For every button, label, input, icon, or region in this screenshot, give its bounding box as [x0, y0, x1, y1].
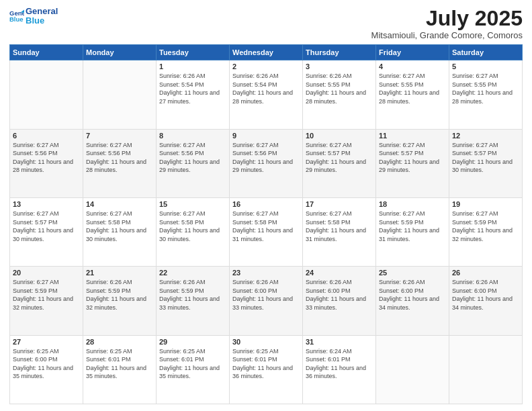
day-info: Sunrise: 6:27 AMSunset: 5:55 PMDaylight:… [379, 72, 446, 105]
title-block: July 2025 Mitsamiouli, Grande Comore, Co… [371, 7, 523, 40]
day-info: Sunrise: 6:25 AMSunset: 6:01 PMDaylight:… [159, 347, 226, 381]
day-number: 7 [86, 132, 153, 140]
day-number: 16 [232, 200, 300, 208]
calendar-cell [376, 335, 449, 404]
calendar-cell: 2Sunrise: 6:26 AMSunset: 5:54 PMDaylight… [230, 60, 303, 129]
calendar-cell: 28Sunrise: 6:25 AMSunset: 6:01 PMDayligh… [83, 335, 157, 404]
day-info: Sunrise: 6:27 AMSunset: 5:55 PMDaylight:… [452, 72, 519, 105]
header: General Blue General Blue July 2025 Mits… [9, 7, 523, 40]
day-info: Sunrise: 6:26 AMSunset: 5:54 PMDaylight:… [159, 72, 226, 105]
day-number: 4 [379, 62, 446, 71]
calendar-cell: 12Sunrise: 6:27 AMSunset: 5:57 PMDayligh… [449, 129, 523, 197]
day-info: Sunrise: 6:27 AMSunset: 5:57 PMDaylight:… [306, 141, 373, 175]
calendar-cell: 5Sunrise: 6:27 AMSunset: 5:55 PMDaylight… [449, 60, 523, 129]
day-info: Sunrise: 6:27 AMSunset: 5:57 PMDaylight:… [13, 210, 80, 243]
day-number: 19 [452, 200, 519, 208]
day-number: 14 [86, 200, 153, 208]
day-info: Sunrise: 6:27 AMSunset: 5:59 PMDaylight:… [452, 210, 519, 243]
calendar-cell: 13Sunrise: 6:27 AMSunset: 5:57 PMDayligh… [10, 197, 83, 266]
day-number: 18 [379, 200, 446, 208]
logo-blue: Blue [26, 16, 58, 26]
day-info: Sunrise: 6:27 AMSunset: 5:57 PMDaylight:… [379, 141, 446, 175]
calendar-week-row: 27Sunrise: 6:25 AMSunset: 6:00 PMDayligh… [10, 335, 523, 404]
calendar-week-row: 1Sunrise: 6:26 AMSunset: 5:54 PMDaylight… [10, 60, 523, 129]
day-info: Sunrise: 6:27 AMSunset: 5:56 PMDaylight:… [13, 141, 80, 175]
day-number: 10 [306, 132, 373, 140]
day-info: Sunrise: 6:27 AMSunset: 5:59 PMDaylight:… [379, 210, 446, 243]
day-info: Sunrise: 6:24 AMSunset: 6:01 PMDaylight:… [306, 347, 373, 381]
logo-general: General [26, 7, 58, 16]
day-number: 21 [86, 269, 153, 277]
day-number: 24 [306, 269, 373, 277]
col-header-thursday: Thursday [303, 45, 376, 60]
calendar-header-row: SundayMondayTuesdayWednesdayThursdayFrid… [10, 45, 523, 60]
day-info: Sunrise: 6:26 AMSunset: 5:54 PMDaylight:… [232, 72, 300, 105]
day-number: 23 [232, 269, 300, 277]
logo: General Blue General Blue [9, 7, 58, 26]
day-info: Sunrise: 6:27 AMSunset: 5:56 PMDaylight:… [86, 141, 153, 175]
calendar-cell: 17Sunrise: 6:27 AMSunset: 5:58 PMDayligh… [303, 197, 376, 266]
calendar-cell: 16Sunrise: 6:27 AMSunset: 5:58 PMDayligh… [230, 197, 303, 266]
calendar-cell: 24Sunrise: 6:26 AMSunset: 6:00 PMDayligh… [303, 267, 376, 335]
day-info: Sunrise: 6:26 AMSunset: 5:59 PMDaylight:… [159, 278, 226, 312]
day-number: 5 [452, 62, 519, 71]
day-number: 15 [159, 200, 226, 208]
day-info: Sunrise: 6:27 AMSunset: 5:58 PMDaylight:… [159, 210, 226, 243]
calendar-cell: 9Sunrise: 6:27 AMSunset: 5:56 PMDaylight… [230, 129, 303, 197]
day-number: 26 [452, 269, 519, 277]
day-number: 13 [13, 200, 80, 208]
day-info: Sunrise: 6:25 AMSunset: 6:01 PMDaylight:… [232, 347, 300, 381]
calendar-cell: 21Sunrise: 6:26 AMSunset: 5:59 PMDayligh… [83, 267, 157, 335]
col-header-tuesday: Tuesday [157, 45, 230, 60]
calendar-cell: 27Sunrise: 6:25 AMSunset: 6:00 PMDayligh… [10, 335, 83, 404]
calendar-cell: 19Sunrise: 6:27 AMSunset: 5:59 PMDayligh… [449, 197, 523, 266]
calendar-cell: 10Sunrise: 6:27 AMSunset: 5:57 PMDayligh… [303, 129, 376, 197]
calendar-cell: 25Sunrise: 6:26 AMSunset: 6:00 PMDayligh… [376, 267, 449, 335]
calendar-cell: 31Sunrise: 6:24 AMSunset: 6:01 PMDayligh… [303, 335, 376, 404]
day-info: Sunrise: 6:27 AMSunset: 5:58 PMDaylight:… [306, 210, 373, 243]
subtitle: Mitsamiouli, Grande Comore, Comoros [371, 30, 523, 40]
day-info: Sunrise: 6:27 AMSunset: 5:59 PMDaylight:… [13, 278, 80, 312]
logo-icon: General Blue [9, 9, 24, 24]
day-info: Sunrise: 6:27 AMSunset: 5:56 PMDaylight:… [232, 141, 300, 175]
svg-text:Blue: Blue [9, 15, 24, 23]
calendar-cell: 6Sunrise: 6:27 AMSunset: 5:56 PMDaylight… [10, 129, 83, 197]
calendar-week-row: 13Sunrise: 6:27 AMSunset: 5:57 PMDayligh… [10, 197, 523, 266]
col-header-wednesday: Wednesday [230, 45, 303, 60]
calendar-week-row: 20Sunrise: 6:27 AMSunset: 5:59 PMDayligh… [10, 267, 523, 335]
day-number: 6 [13, 132, 80, 140]
calendar-cell: 22Sunrise: 6:26 AMSunset: 5:59 PMDayligh… [157, 267, 230, 335]
calendar-cell [10, 60, 83, 129]
calendar-cell: 3Sunrise: 6:26 AMSunset: 5:55 PMDaylight… [303, 60, 376, 129]
day-info: Sunrise: 6:27 AMSunset: 5:58 PMDaylight:… [232, 210, 300, 243]
calendar-cell: 11Sunrise: 6:27 AMSunset: 5:57 PMDayligh… [376, 129, 449, 197]
day-info: Sunrise: 6:25 AMSunset: 6:01 PMDaylight:… [86, 347, 153, 381]
calendar-cell: 4Sunrise: 6:27 AMSunset: 5:55 PMDaylight… [376, 60, 449, 129]
day-number: 29 [159, 338, 226, 346]
calendar-cell: 15Sunrise: 6:27 AMSunset: 5:58 PMDayligh… [157, 197, 230, 266]
page: General Blue General Blue July 2025 Mits… [0, 0, 532, 411]
calendar-cell: 23Sunrise: 6:26 AMSunset: 6:00 PMDayligh… [230, 267, 303, 335]
calendar-cell: 18Sunrise: 6:27 AMSunset: 5:59 PMDayligh… [376, 197, 449, 266]
day-number: 3 [306, 62, 373, 71]
day-number: 25 [379, 269, 446, 277]
col-header-friday: Friday [376, 45, 449, 60]
calendar-cell: 26Sunrise: 6:26 AMSunset: 6:00 PMDayligh… [449, 267, 523, 335]
day-number: 31 [306, 338, 373, 346]
day-info: Sunrise: 6:27 AMSunset: 5:58 PMDaylight:… [86, 210, 153, 243]
day-info: Sunrise: 6:26 AMSunset: 6:00 PMDaylight:… [379, 278, 446, 312]
calendar-cell: 29Sunrise: 6:25 AMSunset: 6:01 PMDayligh… [157, 335, 230, 404]
day-number: 17 [306, 200, 373, 208]
calendar-cell: 14Sunrise: 6:27 AMSunset: 5:58 PMDayligh… [83, 197, 157, 266]
col-header-monday: Monday [83, 45, 157, 60]
day-number: 1 [159, 62, 226, 71]
calendar-cell [83, 60, 157, 129]
day-info: Sunrise: 6:25 AMSunset: 6:00 PMDaylight:… [13, 347, 80, 381]
day-number: 2 [232, 62, 300, 71]
day-number: 20 [13, 269, 80, 277]
day-info: Sunrise: 6:26 AMSunset: 6:00 PMDaylight:… [306, 278, 373, 312]
day-number: 9 [232, 132, 300, 140]
main-title: July 2025 [371, 7, 523, 30]
day-info: Sunrise: 6:26 AMSunset: 5:55 PMDaylight:… [306, 72, 373, 105]
day-number: 30 [232, 338, 300, 346]
